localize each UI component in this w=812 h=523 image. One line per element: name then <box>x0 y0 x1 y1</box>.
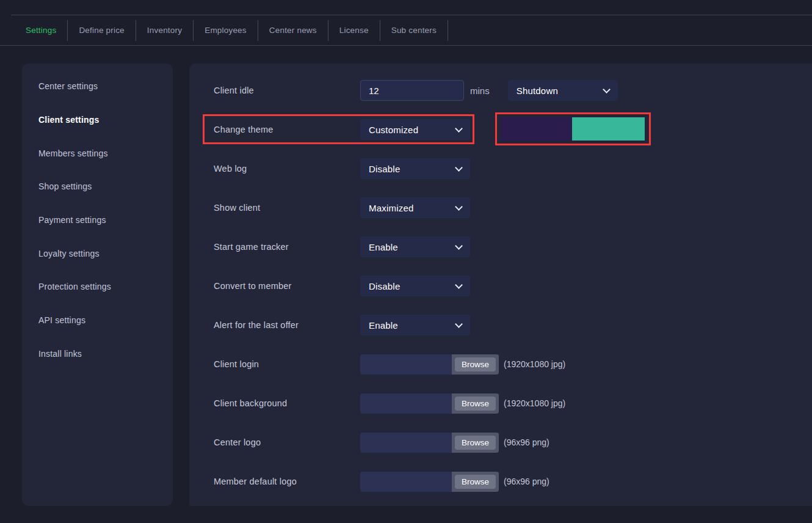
dropdown-start-game-tracker[interactable]: Enable <box>360 236 470 257</box>
field-label: Convert to member <box>214 281 360 291</box>
chevron-down-icon <box>455 242 463 250</box>
chevron-down-icon <box>455 203 463 211</box>
dropdown-web-log[interactable]: Disable <box>360 158 470 179</box>
chevron-down-icon <box>455 164 463 172</box>
file-size-hint: (96x96 png) <box>504 477 549 486</box>
client-settings-panel: Client idleminsShutdownChange themeCusto… <box>189 64 812 506</box>
chevron-down-icon <box>603 86 611 93</box>
browse-button[interactable]: Browse <box>455 475 496 489</box>
file-path-field <box>360 393 452 414</box>
form-row-alert-for-the-last-offer: Alert for the last offerEnable <box>214 315 794 335</box>
browse-button-area: Browse <box>452 354 499 375</box>
chevron-down-icon <box>455 281 463 289</box>
tab-center-news[interactable]: Center news <box>258 20 328 41</box>
tab-inventory[interactable]: Inventory <box>136 20 194 41</box>
browse-button[interactable]: Browse <box>455 397 496 411</box>
sidebar-item-protection-settings[interactable]: Protection settings <box>22 270 173 304</box>
client-idle-input[interactable] <box>360 80 464 101</box>
tab-license[interactable]: License <box>328 20 380 41</box>
center-logo-file-input[interactable]: Browse <box>360 433 499 453</box>
tab-sub-centers[interactable]: Sub centers <box>380 20 448 41</box>
sidebar-item-loyalty-settings[interactable]: Loyalty settings <box>22 236 173 270</box>
tab-settings[interactable]: Settings <box>15 20 68 41</box>
file-size-hint: (1920x1080 jpg) <box>504 398 565 408</box>
sidebar-item-shop-settings[interactable]: Shop settings <box>22 170 173 203</box>
field-label: Start game tracker <box>214 242 360 252</box>
form-row-center-logo: Center logoBrowse(96x96 png) <box>214 432 794 453</box>
form-row-client-background: Client backgroundBrowse(1920x1080 jpg) <box>214 393 794 414</box>
dropdown-value: Enable <box>369 242 398 252</box>
field-label: Web log <box>214 164 360 174</box>
theme-color-primary-swatch <box>501 117 572 141</box>
dropdown-value: Shutdown <box>517 86 558 96</box>
form-row-client-idle: Client idleminsShutdown <box>214 80 794 101</box>
dropdown-alert-for-the-last-offer[interactable]: Enable <box>360 315 470 335</box>
dropdown-show-client[interactable]: Maximized <box>360 197 470 218</box>
sidebar-item-center-settings[interactable]: Center settings <box>22 70 173 103</box>
chevron-down-icon <box>455 320 463 328</box>
form-row-client-login: Client loginBrowse(1920x1080 jpg) <box>214 354 794 375</box>
browse-button[interactable]: Browse <box>455 436 496 450</box>
theme-color-preview <box>495 112 651 145</box>
file-path-field <box>360 433 452 453</box>
form-row-change-theme: Change themeCustomized <box>214 119 794 140</box>
file-path-field <box>360 354 452 375</box>
theme-color-secondary-swatch <box>572 117 645 141</box>
browse-button-area: Browse <box>452 433 499 453</box>
field-label: Change theme <box>214 125 360 134</box>
settings-sidebar: Center settingsClient settingsMembers se… <box>22 64 173 506</box>
browse-button-area: Browse <box>452 393 499 414</box>
field-label: Center logo <box>214 437 360 447</box>
sidebar-item-client-settings[interactable]: Client settings <box>22 103 173 137</box>
tab-employees[interactable]: Employees <box>194 20 258 41</box>
dropdown-value: Disable <box>369 281 400 291</box>
content-area: Center settingsClient settingsMembers se… <box>0 46 812 506</box>
client-background-file-input[interactable]: Browse <box>360 393 499 414</box>
form-row-start-game-tracker: Start game trackerEnable <box>214 236 794 257</box>
client-login-file-input[interactable]: Browse <box>360 354 499 375</box>
form-row-web-log: Web logDisable <box>214 158 794 179</box>
sidebar-item-payment-settings[interactable]: Payment settings <box>22 203 173 237</box>
sidebar-item-install-links[interactable]: Install links <box>22 337 173 371</box>
browse-button[interactable]: Browse <box>455 357 496 371</box>
dropdown-client-idle-action[interactable]: Shutdown <box>508 80 618 101</box>
dropdown-change-theme[interactable]: Customized <box>360 119 470 140</box>
field-label: Show client <box>214 203 360 213</box>
top-strip <box>0 0 812 15</box>
chevron-down-icon <box>455 125 463 133</box>
form-row-member-default-logo: Member default logoBrowse(96x96 png) <box>214 471 794 492</box>
file-size-hint: (96x96 png) <box>504 437 549 447</box>
unit-label: mins <box>470 86 490 96</box>
sidebar-item-api-settings[interactable]: API settings <box>22 304 173 337</box>
form-row-convert-to-member: Convert to memberDisable <box>214 276 794 296</box>
dropdown-value: Maximized <box>369 203 413 213</box>
sidebar-item-members-settings[interactable]: Members settings <box>22 136 173 170</box>
field-label: Client idle <box>214 86 360 95</box>
dropdown-value: Disable <box>369 164 400 174</box>
browse-button-area: Browse <box>452 472 499 492</box>
member-default-logo-file-input[interactable]: Browse <box>360 472 499 492</box>
tab-define-price[interactable]: Define price <box>68 20 136 41</box>
field-label: Alert for the last offer <box>214 320 360 330</box>
field-label: Client login <box>214 359 360 369</box>
form-row-show-client: Show clientMaximized <box>214 197 794 218</box>
dropdown-value: Customized <box>369 125 418 135</box>
dropdown-value: Enable <box>369 320 398 331</box>
file-path-field <box>360 472 452 492</box>
tab-bar: SettingsDefine priceInventoryEmployeesCe… <box>0 15 812 46</box>
file-size-hint: (1920x1080 jpg) <box>504 359 565 369</box>
dropdown-convert-to-member[interactable]: Disable <box>360 276 470 296</box>
field-label: Member default logo <box>214 477 360 486</box>
field-label: Client background <box>214 398 360 408</box>
